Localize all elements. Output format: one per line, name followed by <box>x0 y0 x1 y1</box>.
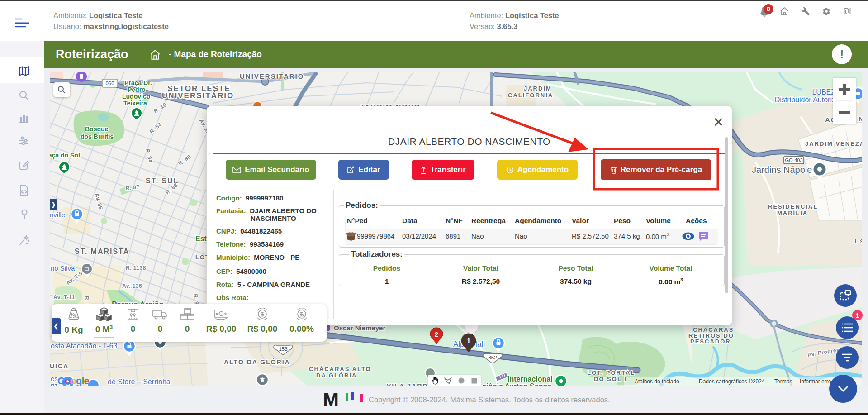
svg-text:Teixeira: Teixeira <box>123 100 147 107</box>
svg-text:Pedro: Pedro <box>128 86 146 93</box>
svg-text:Internacional: Internacional <box>508 375 553 383</box>
svg-text:352: 352 <box>488 355 497 360</box>
svg-text:de Store – Serrinha: de Store – Serrinha <box>108 378 171 386</box>
svg-text:CHÁCARAS ALTO: CHÁCARAS ALTO <box>309 366 371 372</box>
svg-text:DO SOL I: DO SOL I <box>594 376 627 382</box>
svg-text:N E: N E <box>859 115 862 123</box>
svg-text:UICA: UICA <box>50 363 69 370</box>
svg-text:GO-403: GO-403 <box>785 157 802 163</box>
svg-text:060: 060 <box>105 81 114 86</box>
svg-text:UNIVERSITÁRIO: UNIVERSITÁRIO <box>162 91 234 100</box>
svg-text:JARDIM VENEZA: JARDIM VENEZA <box>805 140 862 147</box>
svg-text:PESCADOR: PESCADOR <box>690 338 731 345</box>
svg-text:UNIVERSITARIO: UNIVERSITARIO <box>240 72 304 80</box>
svg-text:JARDIM: JARDIM <box>524 85 552 92</box>
svg-text:rio Silva: rio Silva <box>51 264 75 272</box>
svg-text:DA GLÓRIA: DA GLÓRIA <box>316 372 357 379</box>
svg-text:LUBEZ: LUBEZ <box>812 88 835 96</box>
svg-text:riz: riz <box>51 382 58 386</box>
svg-text:MARÍLIA: MARÍLIA <box>777 210 808 216</box>
svg-text:CALIFORNIA: CALIFORNIA <box>508 92 553 99</box>
svg-text:Kg: Kg <box>71 312 77 317</box>
svg-text:Praça Dr.: Praça Dr. <box>124 79 152 86</box>
svg-text:1: 1 <box>467 337 471 345</box>
svg-text:Ludovico: Ludovico <box>122 93 150 100</box>
svg-text:Jardins Nápoles: Jardins Nápoles <box>752 165 816 175</box>
svg-text:M: M <box>323 391 339 410</box>
svg-text:dos Buritis: dos Buritis <box>81 133 114 140</box>
svg-text:Distribuidor Autoriz: Distribuidor Autoriz <box>775 96 835 104</box>
svg-text:Est: Est <box>195 235 207 243</box>
svg-text:R. 1138: R. 1138 <box>126 265 146 271</box>
svg-text:I S: I S <box>855 238 862 245</box>
svg-text:LOT. PORTAL: LOT. PORTAL <box>587 369 635 376</box>
svg-text:Praça do Sol: Praça do Sol <box>50 152 80 159</box>
svg-text:153: 153 <box>279 346 287 352</box>
svg-text:ST. MARISTA: ST. MARISTA <box>75 248 129 255</box>
svg-text:osta Atacadão - T-63: osta Atacadão - T-63 <box>51 342 117 350</box>
svg-text:2: 2 <box>435 330 438 338</box>
svg-text:RESIDENCIAL: RESIDENCIAL <box>768 203 818 210</box>
svg-text:nville: nville <box>50 211 65 219</box>
svg-text:0: 0 <box>767 5 770 13</box>
svg-text:Bosque: Bosque <box>85 125 109 133</box>
svg-text:Av. T-11: Av. T-11 <box>53 294 75 301</box>
svg-text:Av. 136: Av. 136 <box>122 283 142 289</box>
svg-text:ALTO DA GLÓRIA: ALTO DA GLÓRIA <box>224 358 290 366</box>
